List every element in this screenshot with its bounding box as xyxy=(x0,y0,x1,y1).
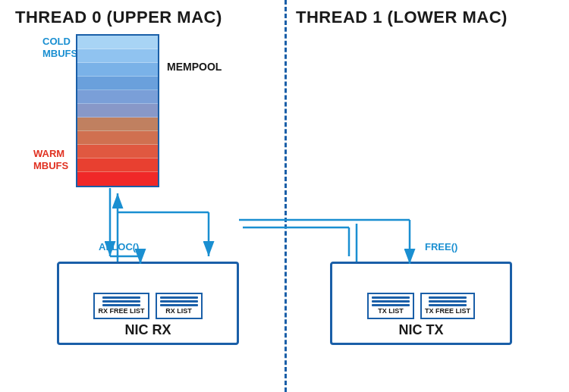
rx-list-label: RX LIST xyxy=(165,308,192,315)
rx-free-list-box: RX FREE LIST xyxy=(93,293,149,319)
tx-free-list-box: TX FREE LIST xyxy=(420,293,475,319)
nic-rx-box: RX FREE LIST RX LIST NIC RX xyxy=(57,262,239,345)
alloc-label: ALLOC() xyxy=(99,241,139,252)
nic-tx-inner: TX LIST TX FREE LIST xyxy=(367,293,475,319)
tx-list-box: TX LIST xyxy=(367,293,414,319)
tx-free-list-label: TX FREE LIST xyxy=(425,308,470,315)
mempool-label: MEMPOOL xyxy=(167,61,222,73)
warm-label: WARMMBUFS xyxy=(33,148,68,171)
rx-list-box: RX LIST xyxy=(156,293,203,319)
mempool-stack xyxy=(76,34,159,187)
tx-list-label: TX LIST xyxy=(378,308,404,315)
nic-tx-label: NIC TX xyxy=(398,322,443,338)
nic-rx-label: NIC RX xyxy=(124,322,171,338)
cold-label: COLDMBUFS xyxy=(42,36,77,59)
nic-tx-box: TX LIST TX FREE LIST NIC TX xyxy=(330,262,512,345)
nic-rx-inner: RX FREE LIST RX LIST xyxy=(93,293,202,319)
rx-free-list-label: RX FREE LIST xyxy=(98,308,144,315)
divider xyxy=(284,0,287,392)
thread0-header: THREAD 0 (UPPER MAC) xyxy=(15,8,266,27)
thread1-header: THREAD 1 (LOWER MAC) xyxy=(296,8,554,27)
free-label: FREE() xyxy=(425,241,457,252)
